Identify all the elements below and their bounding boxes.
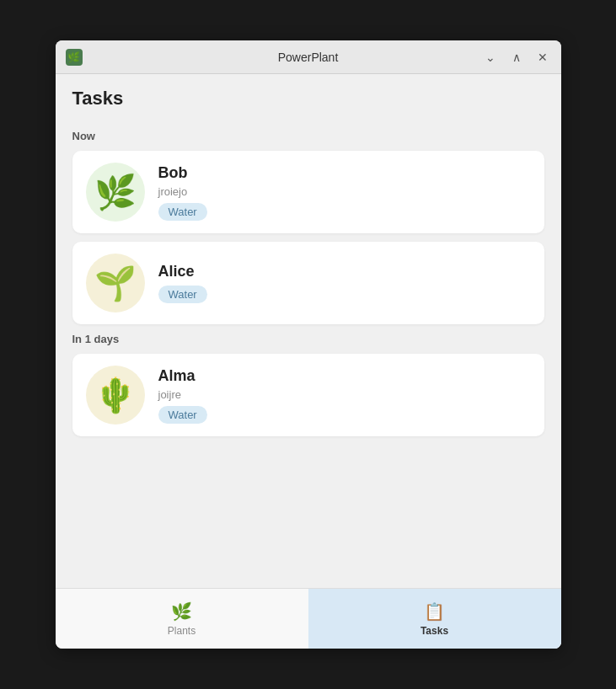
nav-plants[interactable]: 🌿 Plants [56,589,308,649]
close-button[interactable]: ✕ [534,50,551,65]
title-bar-controls: ⌄ ∧ ✕ [482,50,551,65]
page-header: Tasks [56,74,561,116]
maximize-button[interactable]: ∧ [509,50,524,65]
plants-icon: 🌿 [171,601,192,622]
plant-avatar-bob: 🌿 [86,163,145,222]
plant-name-alice: Alice [158,263,207,280]
page-title: Tasks [72,88,544,109]
content-area: Now 🌿 Bob jroiejo Water 🌱 Alice Water In… [56,116,561,588]
plant-info-alma: Alma joijre Water [158,367,207,424]
task-card-alice[interactable]: 🌱 Alice Water [72,242,544,324]
water-badge-alma: Water [158,406,207,424]
title-bar-left: 🌿 [66,49,83,66]
app-icon: 🌿 [66,49,83,66]
task-card-alma[interactable]: 🌵 Alma joijre Water [72,354,544,436]
nav-tasks-label: Tasks [420,625,448,637]
tasks-icon: 📋 [424,601,445,622]
title-bar: 🌿 PowerPlant ⌄ ∧ ✕ [56,40,561,74]
task-card-bob[interactable]: 🌿 Bob jroiejo Water [72,151,544,233]
window-title: PowerPlant [278,51,339,64]
nav-plants-label: Plants [168,625,196,637]
plant-name-bob: Bob [158,164,207,182]
plant-avatar-alma: 🌵 [86,366,145,425]
water-badge-alice: Water [158,286,207,303]
bottom-nav: 🌿 Plants 📋 Tasks [56,588,561,649]
nav-tasks[interactable]: 📋 Tasks [308,589,561,649]
section-in1days-label: In 1 days [72,333,544,345]
plant-avatar-alice: 🌱 [86,254,145,312]
app-window: 🌿 PowerPlant ⌄ ∧ ✕ Tasks Now 🌿 Bob jroie… [56,40,561,649]
plant-name-alma: Alma [158,367,207,385]
plant-info-bob: Bob jroiejo Water [158,164,207,221]
plant-owner-alma: joijre [158,388,207,401]
water-badge-bob: Water [158,203,207,221]
plant-info-alice: Alice Water [158,263,207,303]
minimize-button[interactable]: ⌄ [482,50,499,65]
plant-owner-bob: jroiejo [158,185,207,198]
section-now-label: Now [72,130,544,142]
